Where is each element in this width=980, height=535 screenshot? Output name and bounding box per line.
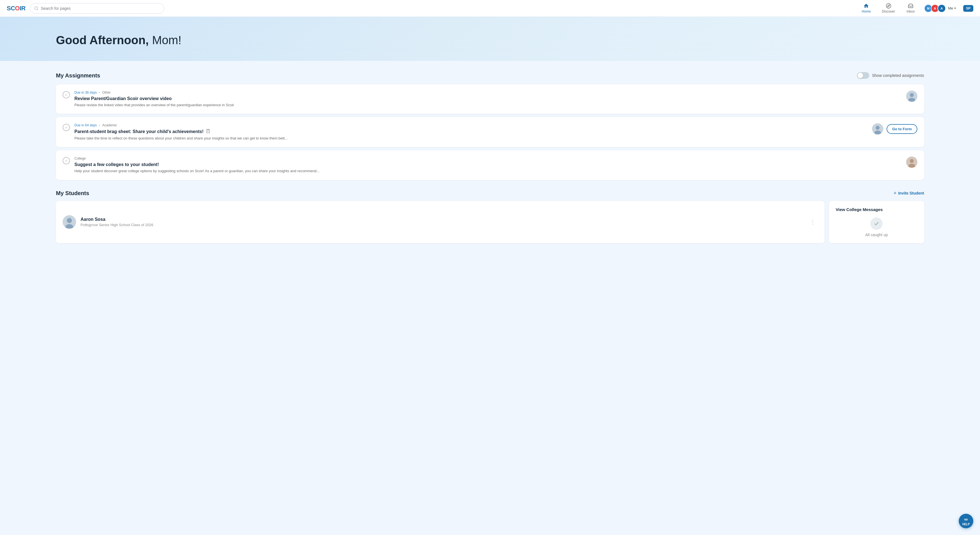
nav-me[interactable]: M A A Me ▼ <box>922 3 959 14</box>
avatar-stack: M A A <box>924 4 946 13</box>
search-input[interactable] <box>41 6 160 11</box>
assignment-card-3: College Suggest a few colleges to your s… <box>56 150 924 180</box>
assignment-meta-1: Due in 36 days • Other <box>75 90 902 94</box>
assignment-right-1 <box>906 90 917 102</box>
plus-icon: + <box>894 191 897 196</box>
greeting-bold: Good Afternoon, <box>56 33 149 47</box>
category-2: Academic <box>102 123 117 127</box>
due-label-1: Due in 36 days <box>75 90 97 94</box>
hero-section: Good Afternoon, Mom! <box>0 17 980 61</box>
students-title: My Students <box>56 190 89 197</box>
svg-point-16 <box>67 218 72 223</box>
student-school-1: Pottsgrove Senior High School Class of 2… <box>81 223 803 227</box>
assignment-avatar-1 <box>906 90 917 102</box>
search-bar[interactable] <box>30 3 164 14</box>
nav-discover[interactable]: Discover <box>877 2 899 14</box>
assignment-title-1[interactable]: Review Parent/Guardian Scoir overview vi… <box>75 96 902 101</box>
caught-up-check-icon <box>870 217 883 230</box>
nav-discover-label: Discover <box>882 10 895 13</box>
main-header: SCOIR Home Discover <box>0 0 980 17</box>
assignments-header: My Assignments Show completed assignment… <box>56 72 924 79</box>
student-card-1: Aaron Sosa Pottsgrove Senior High School… <box>56 201 824 243</box>
check-icon-2 <box>65 126 68 129</box>
check-icon-3 <box>65 159 68 162</box>
avatar-img-2 <box>872 123 883 135</box>
search-icon <box>34 6 38 11</box>
nav-home[interactable]: Home <box>857 2 875 14</box>
main-content: My Assignments Show completed assignment… <box>0 61 980 254</box>
checkmark-icon <box>874 221 879 226</box>
svg-point-2 <box>886 4 891 8</box>
check-circle-2[interactable] <box>63 124 70 131</box>
students-grid: Aaron Sosa Pottsgrove Senior High School… <box>56 201 924 243</box>
greeting-name: Mom! <box>149 33 181 47</box>
chevron-down-icon: ▼ <box>954 7 956 10</box>
form-icon <box>206 129 210 135</box>
assignment-right-2: Go to Form <box>872 123 917 135</box>
help-icon: ∞ <box>964 516 968 522</box>
help-label: HELP <box>963 523 970 526</box>
category-1: Other <box>102 90 111 94</box>
svg-point-4 <box>910 93 914 97</box>
invite-label: Invite Student <box>898 191 924 195</box>
meta-dot-1: • <box>99 91 100 94</box>
help-button[interactable]: ∞ HELP <box>959 514 973 528</box>
svg-point-13 <box>910 159 914 163</box>
check-circle-3[interactable] <box>63 157 70 164</box>
student-avatar-1 <box>63 215 76 229</box>
assignment-right-3 <box>906 157 917 168</box>
show-completed-toggle[interactable] <box>857 72 869 79</box>
check-icon-1 <box>65 93 68 97</box>
assignments-title: My Assignments <box>56 72 100 79</box>
nav-me-label: Me <box>948 6 953 10</box>
meta-dot-2: • <box>99 124 100 127</box>
caught-up-text: All caught up <box>865 233 888 237</box>
inbox-icon <box>908 3 913 9</box>
assignment-card-2: Due in 64 days • Academic Parent-student… <box>56 117 924 147</box>
svg-point-0 <box>35 7 38 10</box>
nav-home-label: Home <box>862 10 871 13</box>
assignment-title-3[interactable]: Suggest a few colleges to your student! <box>75 162 902 167</box>
assignment-desc-1: Please review the linked video that prov… <box>75 103 902 108</box>
assignment-avatar-3 <box>906 157 917 168</box>
students-header: My Students + Invite Student <box>56 190 924 197</box>
student-more-options[interactable]: ⋮ <box>808 217 818 226</box>
toggle-container: Show completed assignments <box>857 72 924 79</box>
avatar-a2: A <box>937 4 946 13</box>
student-avatar-img <box>63 215 76 229</box>
assignment-meta-3: College <box>75 157 902 160</box>
invite-student-button[interactable]: + Invite Student <box>894 191 924 196</box>
college-messages-title[interactable]: View College Messages <box>836 207 883 212</box>
clipboard-icon <box>206 129 210 133</box>
assignment-meta-2: Due in 64 days • Academic <box>75 123 867 127</box>
assignment-card-1: Due in 36 days • Other Review Parent/Gua… <box>56 84 924 114</box>
avatar-img-3 <box>906 157 917 168</box>
svg-point-10 <box>876 126 880 130</box>
toggle-label: Show completed assignments <box>872 73 924 78</box>
check-circle-1[interactable] <box>63 91 70 98</box>
assignment-body-2: Due in 64 days • Academic Parent-student… <box>75 123 867 141</box>
nav-items: Home Discover Inbox M A A Me <box>857 2 973 14</box>
assignment-desc-3: Help your student discover great college… <box>75 168 902 174</box>
due-label-2: Due in 64 days <box>75 123 97 127</box>
assignment-title-2[interactable]: Parent-student brag sheet: Share your ch… <box>75 129 867 135</box>
assignment-avatar-2 <box>872 123 883 135</box>
avatar-img-1 <box>906 90 917 102</box>
logo[interactable]: SCOIR <box>7 5 25 12</box>
discover-icon <box>886 3 891 9</box>
sp-badge[interactable]: SP <box>963 5 973 12</box>
assignment-body-1: Due in 36 days • Other Review Parent/Gua… <box>75 90 902 108</box>
assignment-body-3: College Suggest a few colleges to your s… <box>75 157 902 174</box>
nav-inbox-label: Inbox <box>907 10 915 13</box>
home-icon <box>863 3 869 9</box>
category-3: College <box>75 157 86 160</box>
assignment-desc-2: Please take the time to reflect on these… <box>75 136 867 141</box>
svg-line-1 <box>37 9 38 10</box>
students-section: My Students + Invite Student Aaron Sosa <box>56 190 924 243</box>
college-messages-card: View College Messages All caught up <box>829 201 924 243</box>
go-to-form-button[interactable]: Go to Form <box>886 124 917 134</box>
nav-inbox[interactable]: Inbox <box>902 2 920 14</box>
svg-rect-6 <box>207 129 208 130</box>
student-name-1: Aaron Sosa <box>81 217 803 222</box>
student-info-1: Aaron Sosa Pottsgrove Senior High School… <box>81 217 803 227</box>
